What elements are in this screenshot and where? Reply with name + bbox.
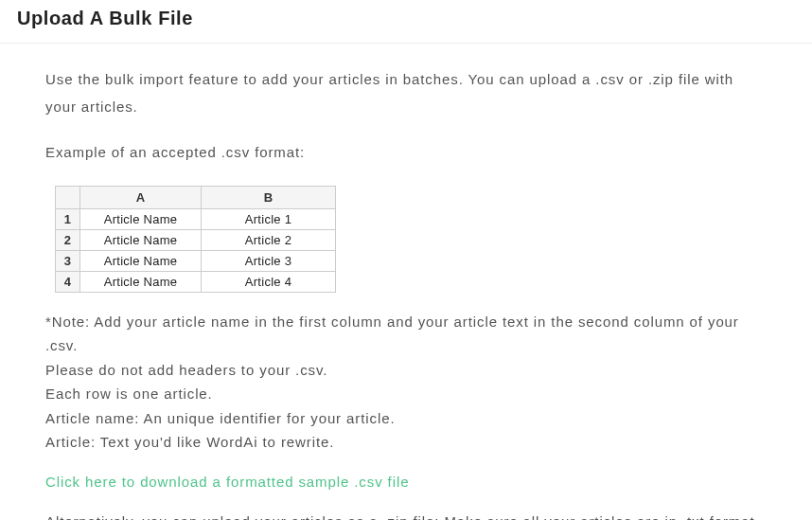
example-label: Example of an accepted .csv format: — [45, 139, 767, 167]
row-number: 2 — [56, 229, 80, 250]
cell-article: Article 2 — [202, 229, 336, 250]
page-header: Upload A Bulk File — [0, 0, 812, 44]
notes-block: *Note: Add your article name in the firs… — [45, 310, 767, 455]
note-line: Please do not add headers to your .csv. — [45, 358, 767, 383]
note-line: Article: Text you'd like WordAi to rewri… — [45, 430, 767, 455]
note-line: Each row is one article. — [45, 382, 767, 406]
cell-name: Article Name — [80, 250, 202, 271]
cell-article: Article 4 — [202, 271, 336, 292]
download-sample-link[interactable]: Click here to download a formatted sampl… — [45, 474, 767, 490]
cell-article: Article 3 — [202, 250, 336, 271]
table-row: 1 Article Name Article 1 — [56, 208, 336, 229]
intro-paragraph: Use the bulk import feature to add your … — [45, 66, 767, 120]
note-line: Article name: An unique identifier for y… — [45, 406, 767, 431]
row-number: 1 — [56, 208, 80, 229]
cell-article: Article 1 — [202, 208, 336, 229]
table-row: 4 Article Name Article 4 — [56, 271, 336, 292]
table-row: 3 Article Name Article 3 — [56, 250, 336, 271]
note-line: *Note: Add your article name in the firs… — [45, 310, 767, 358]
row-number: 4 — [56, 271, 80, 292]
table-corner-cell — [56, 186, 80, 208]
csv-example-table: A B 1 Article Name Article 1 2 Article N… — [55, 186, 767, 293]
cell-name: Article Name — [80, 229, 202, 250]
row-number: 3 — [56, 250, 80, 271]
page-title: Upload A Bulk File — [17, 8, 795, 29]
alternative-paragraph: Alternatively, you can upload your artic… — [45, 509, 767, 521]
cell-name: Article Name — [80, 271, 202, 292]
table-header-b: B — [202, 186, 336, 208]
table-row: 2 Article Name Article 2 — [56, 229, 336, 250]
cell-name: Article Name — [80, 208, 202, 229]
table-header-a: A — [80, 186, 202, 208]
content-area: Use the bulk import feature to add your … — [0, 44, 812, 520]
